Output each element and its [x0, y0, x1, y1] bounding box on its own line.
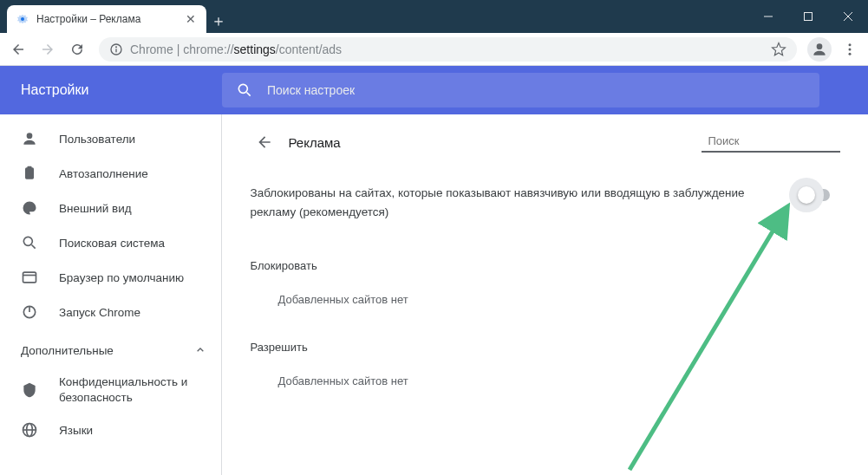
svg-point-11 [849, 52, 852, 55]
close-icon[interactable]: ✕ [184, 12, 198, 26]
settings-header: Настройки [0, 66, 868, 114]
svg-point-8 [817, 43, 823, 49]
svg-point-17 [23, 237, 32, 245]
svg-line-13 [247, 93, 251, 96]
globe-icon [21, 421, 38, 439]
sidebar-item-label: Пользователи [59, 133, 135, 146]
sidebar-item-autofill[interactable]: Автозаполнение [0, 156, 221, 191]
browser-toolbar: Chrome | chrome://settings/content/ads [0, 33, 868, 66]
browser-tab[interactable]: Настройки – Реклама ✕ [7, 5, 206, 33]
window-controls [748, 0, 868, 33]
sidebar-item-label: Языки [59, 424, 93, 437]
panel-search-input[interactable] [708, 134, 854, 147]
settings-content: Реклама Заблокированы на сайтах, которые… [222, 114, 868, 475]
svg-rect-2 [805, 13, 813, 21]
reload-button[interactable] [64, 36, 90, 62]
clipboard-icon [21, 165, 38, 182]
maximize-button[interactable] [788, 0, 828, 33]
profile-avatar[interactable] [807, 37, 832, 62]
new-tab-button[interactable]: ＋ [206, 9, 231, 33]
settings-search-input[interactable] [267, 83, 806, 97]
back-button[interactable] [5, 36, 31, 62]
svg-point-14 [27, 133, 33, 139]
sidebar-item-search[interactable]: Поисковая система [0, 225, 221, 260]
sidebar-item-languages[interactable]: Языки [0, 413, 221, 447]
sidebar-item-label: Запуск Chrome [59, 306, 140, 319]
ads-main-setting-text: Заблокированы на сайтах, которые показыв… [251, 184, 800, 221]
svg-point-9 [849, 43, 852, 46]
power-icon [21, 303, 38, 321]
toggle-knob [798, 186, 815, 204]
svg-point-6 [115, 46, 117, 48]
shield-icon [21, 381, 38, 399]
sidebar-item-label: Автозаполнение [59, 167, 148, 180]
sidebar-item-label: Поисковая система [59, 237, 165, 250]
address-bar[interactable]: Chrome | chrome://settings/content/ads [99, 37, 797, 62]
gear-icon [16, 12, 29, 26]
person-icon [21, 130, 38, 147]
site-info-icon[interactable] [109, 42, 123, 56]
settings-sidebar: Пользователи Автозаполнение Внешний вид … [0, 114, 222, 475]
svg-rect-7 [115, 49, 116, 52]
svg-rect-19 [23, 272, 36, 283]
close-window-button[interactable] [828, 0, 868, 33]
block-section-label: Блокировать [251, 238, 840, 279]
svg-line-18 [32, 245, 36, 249]
sidebar-item-appearance[interactable]: Внешний вид [0, 191, 221, 225]
svg-rect-16 [28, 166, 32, 169]
search-icon [236, 81, 253, 99]
sidebar-item-privacy[interactable]: Конфиденциальность и безопасность [0, 368, 221, 413]
sidebar-item-label: Браузер по умолчанию [59, 271, 184, 284]
window-icon [21, 269, 38, 286]
svg-rect-15 [25, 167, 34, 179]
ads-toggle[interactable] [800, 189, 830, 201]
sidebar-advanced-toggle[interactable]: Дополнительные [0, 333, 221, 368]
minimize-button[interactable] [748, 0, 788, 33]
sidebar-item-label: Конфиденциальность и безопасность [59, 374, 207, 405]
search-icon [21, 234, 38, 251]
panel-search[interactable] [702, 132, 840, 153]
bookmark-star-icon[interactable] [771, 42, 786, 57]
sidebar-item-label: Внешний вид [59, 202, 132, 215]
svg-point-12 [238, 84, 247, 93]
panel-back-button[interactable] [251, 128, 278, 156]
window-titlebar: Настройки – Реклама ✕ ＋ [0, 0, 868, 33]
ads-main-setting-row: Заблокированы на сайтах, которые показыв… [251, 170, 840, 238]
sidebar-advanced-label: Дополнительные [21, 344, 114, 357]
browser-menu-button[interactable] [837, 36, 863, 62]
block-empty-text: Добавленных сайтов нет [251, 279, 840, 320]
chevron-up-icon [193, 343, 207, 357]
palette-icon [21, 199, 38, 217]
url-text: Chrome | chrome://settings/content/ads [130, 42, 342, 56]
panel-header: Реклама [251, 114, 840, 170]
forward-button[interactable] [35, 36, 61, 62]
panel-title: Реклама [289, 135, 341, 150]
sidebar-item-people[interactable]: Пользователи [0, 121, 221, 156]
allow-section-label: Разрешить [251, 320, 840, 361]
settings-search-box[interactable] [222, 73, 819, 107]
sidebar-item-onstartup[interactable]: Запуск Chrome [0, 295, 221, 329]
sidebar-item-default-browser[interactable]: Браузер по умолчанию [0, 260, 221, 295]
allow-empty-text: Добавленных сайтов нет [251, 361, 840, 401]
svg-point-10 [849, 48, 852, 50]
settings-brand: Настройки [0, 82, 222, 98]
tab-title: Настройки – Реклама [36, 13, 184, 25]
